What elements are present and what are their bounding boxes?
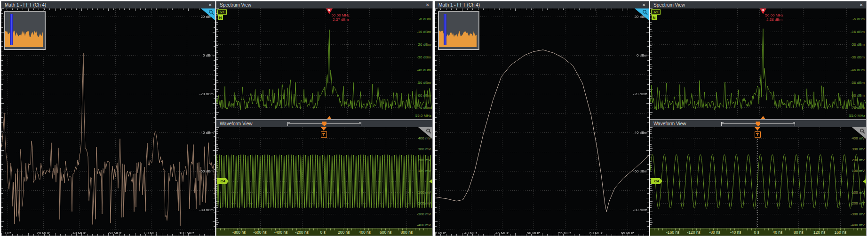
close-icon[interactable]: ✕ (860, 1, 863, 8)
waveform-time-axis-label: 40 ns (772, 230, 782, 235)
scrollbar-right-bracket[interactable] (359, 122, 361, 126)
waveform-time-axis-label: -600 ns (254, 230, 267, 235)
fft-window: Math 1 - FFT (Ch 4) ✕ 20 dBm0 dBm-20 dBm… (1, 1, 215, 236)
spectrum-trace-canvas[interactable] (216, 8, 432, 119)
scrollbar-trigger-marker-icon[interactable] (322, 122, 326, 126)
panel-group-left: Math 1 - FFT (Ch 4) ✕ 20 dBm0 dBm-20 dBm… (1, 1, 433, 236)
waveform-trace-canvas[interactable] (216, 127, 432, 229)
trigger-position-marker[interactable]: T (754, 127, 761, 138)
close-icon[interactable]: ✕ (426, 1, 430, 8)
marker-readout: 50.00 MHz -2.38 dBm (765, 13, 784, 22)
waveform-time-axis-label: 0 s (320, 230, 326, 235)
waveform-time-axis-label: -200 ns (295, 230, 309, 235)
normal-trace-badge[interactable]: N (652, 15, 657, 20)
waveform-time-axis-label: 120 ns (813, 230, 826, 235)
fft-thumbnail-canvas (5, 12, 43, 47)
waveform-titlebar[interactable]: Waveform View (216, 120, 432, 128)
waveform-time-axis-label: 800 ns (401, 230, 413, 235)
close-icon[interactable]: ✕ (642, 1, 646, 8)
waveform-time-axis-label: -400 ns (274, 230, 287, 235)
magnifier-glyph (208, 9, 214, 15)
center-frequency-marker-icon[interactable] (327, 116, 332, 119)
scrollbar-left-bracket[interactable] (721, 122, 724, 126)
trigger-label: T (755, 131, 761, 138)
channel-tag[interactable]: C4 (651, 9, 661, 15)
spectrum-plot-area[interactable]: -6 dBm-16 dBm-26 dBm-36 dBm-46 dBm-56 dB… (216, 8, 432, 119)
waveform-time-axis-label: -120 ns (687, 230, 701, 235)
ground-level-arrow-icon[interactable] (429, 179, 432, 184)
waveform-time-axis-label: 80 ns (794, 230, 804, 235)
spectrum-titlebar[interactable]: Spectrum View ✕ (650, 1, 866, 9)
waveform-time-axis-label: -160 ns (666, 230, 679, 235)
ground-level-arrow-icon[interactable] (863, 179, 866, 184)
spectrum-plot-area[interactable]: -6 dBm-16 dBm-26 dBm-36 dBm-46 dBm-56 dB… (650, 8, 866, 119)
spectrum-window: Spectrum View ✕ -6 dBm-16 dBm-26 dBm-36 … (650, 1, 867, 120)
waveform-window-title: Waveform View (653, 120, 686, 127)
marker-amplitude: -2.38 dBm (765, 17, 784, 22)
marker-amplitude: -2.37 dBm (332, 17, 350, 22)
horizontal-pan-scrollbar[interactable] (721, 122, 795, 126)
fft-window-title: Math 1 - FFT (Ch 4) (5, 1, 46, 8)
marker-frequency: 50.00 MHz (765, 13, 784, 17)
waveform-time-axis-label: -40 ns (730, 230, 741, 235)
fft-overview-thumbnail[interactable] (438, 11, 479, 50)
panel-group-right: Math 1 - FFT (Ch 4) ✕ 20 dBm0 dBm-20 dBm… (435, 1, 867, 236)
waveform-time-axis-label: 400 ns (359, 230, 371, 235)
waveform-time-axis-label: -80 ns (709, 230, 720, 235)
scrollbar-trigger-marker-icon[interactable] (756, 122, 760, 126)
marker-readout: 50.00 MHz -2.37 dBm (332, 13, 350, 22)
trigger-label: T (321, 131, 327, 138)
waveform-time-axis-label: -800 ns (232, 230, 246, 235)
spectrum-window-title: Spectrum View (220, 1, 251, 8)
spectrum-trace-canvas[interactable] (650, 8, 866, 119)
right-column: Spectrum View ✕ -6 dBm-16 dBm-26 dBm-36 … (650, 1, 867, 236)
waveform-titlebar[interactable]: Waveform View (650, 120, 866, 128)
scrollbar-left-bracket[interactable] (287, 122, 290, 126)
spectrum-window-title: Spectrum View (653, 1, 685, 8)
time-axis-strip: -800 ns-600 ns-400 ns-200 ns0 s200 ns400… (216, 228, 432, 236)
magnifier-glyph (860, 128, 865, 134)
reference-marker-letter: R (760, 8, 766, 12)
horizontal-pan-scrollbar[interactable] (287, 122, 361, 126)
fft-overview-thumbnail[interactable] (4, 11, 46, 50)
fft-plot-area[interactable]: 20 dBm0 dBm-20 dBm-40 dBm-60 dBm-80 dBm0… (1, 8, 215, 236)
time-axis-strip: -160 ns-120 ns-80 ns-40 ns0 s40 ns80 ns1… (650, 228, 866, 236)
spectrum-titlebar[interactable]: Spectrum View ✕ (216, 1, 432, 9)
normal-trace-badge[interactable]: N (218, 15, 223, 20)
trigger-arrow-icon (321, 127, 326, 131)
trigger-arrow-icon (755, 127, 760, 131)
right-column: Spectrum View ✕ -6 dBm-16 dBm-26 dBm-36 … (216, 1, 433, 236)
spectrum-window: Spectrum View ✕ -6 dBm-16 dBm-26 dBm-36 … (216, 1, 433, 120)
fft-window: Math 1 - FFT (Ch 4) ✕ 20 dBm0 dBm-20 dBm… (435, 1, 649, 236)
fft-window-title: Math 1 - FFT (Ch 4) (438, 1, 480, 8)
waveform-window: Waveform View 400 mV300 mV200 mV100 mV-1… (216, 120, 433, 236)
waveform-plot-area[interactable]: 400 mV300 mV200 mV100 mV-100 mV-200 mV-3… (650, 127, 866, 229)
fft-titlebar[interactable]: Math 1 - FFT (Ch 4) ✕ (435, 1, 649, 9)
waveform-time-axis-label: 200 ns (338, 230, 350, 235)
waveform-window-title: Waveform View (220, 120, 252, 127)
magnifier-glyph (426, 128, 431, 134)
close-icon[interactable]: ✕ (208, 1, 212, 8)
fft-thumbnail-canvas (439, 12, 477, 47)
channel-tag[interactable]: C4 (217, 9, 227, 15)
waveform-window: Waveform View 400 mV300 mV200 mV100 mV-1… (650, 120, 867, 236)
fft-titlebar[interactable]: Math 1 - FFT (Ch 4) ✕ (1, 1, 215, 9)
waveform-trace-canvas[interactable] (650, 127, 866, 229)
scrollbar-right-bracket[interactable] (793, 122, 795, 126)
waveform-time-axis-label: 600 ns (380, 230, 392, 235)
fft-plot-area[interactable]: 20 dBm0 dBm-20 dBm-40 dBm-60 dBm-80 dBm3… (435, 8, 649, 236)
trigger-position-marker[interactable]: T (320, 127, 327, 138)
waveform-time-axis-label: 0 s (754, 230, 759, 235)
waveform-plot-area[interactable]: 400 mV300 mV200 mV100 mV-100 mV-200 mV-3… (216, 127, 432, 229)
marker-frequency: 50.00 MHz (332, 13, 350, 17)
reference-marker-letter: R (326, 8, 333, 12)
magnifier-glyph (642, 9, 648, 15)
waveform-time-axis-label: 160 ns (835, 230, 847, 235)
center-frequency-marker-icon[interactable] (761, 116, 765, 119)
